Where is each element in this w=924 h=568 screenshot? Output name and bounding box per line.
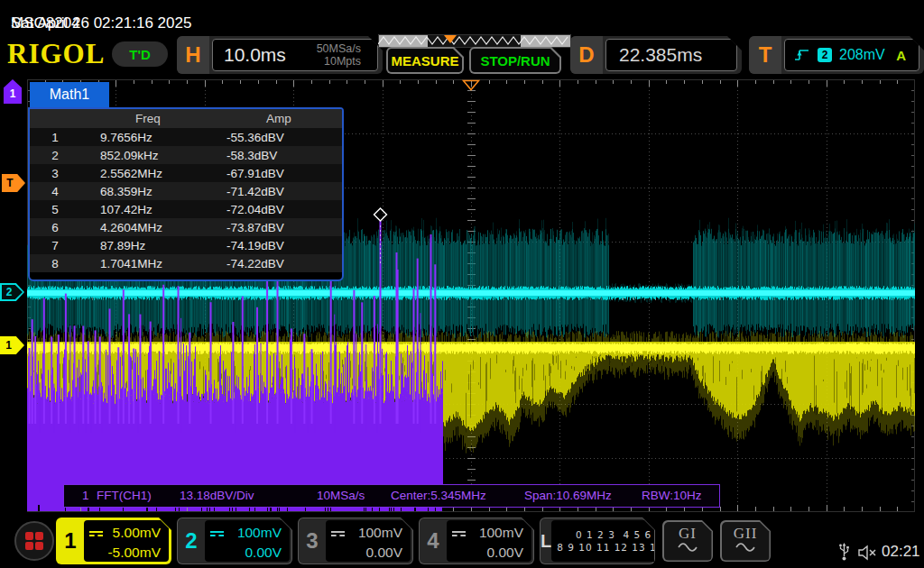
channel2-offset: 0.00V [245,545,282,561]
math1-reference-marker[interactable]: 1 [4,79,22,104]
math1-panel: Math1 Freq Amp 19.7656Hz-55.36dBV2852.09… [28,81,342,279]
waveform-position-preview[interactable] [378,34,571,48]
horizontal-timebase-group[interactable]: H 10.0ms 50MSa/s 10Mpts [177,36,383,74]
math-table-row: 19.7656Hz-55.36dBV [30,128,342,146]
math-table-row: 468.359Hz-71.42dBV [30,182,342,200]
gen1-label: GI [679,525,697,543]
channel3-number: 3 [299,518,326,563]
fft-channel: 1 [82,489,89,502]
channel3-offset: 0.00V [365,545,402,561]
menu-grid-icon [23,530,45,552]
menu-button[interactable] [14,521,54,561]
channel1-scale: 5.00mV [113,525,161,541]
channel1-ground-marker[interactable]: 1 [0,336,24,354]
memory-depth: 10Mpts [324,55,361,68]
channel2-block[interactable]: 2 100mV 0.00V [177,518,292,564]
delay-label: D [570,36,603,74]
trigger-level-marker[interactable]: T [2,174,25,192]
oscilloscope-screen: MSO8204 Sat April 26 02:21:16 2025 RIGOL… [0,0,924,568]
stop-run-button-label: STOP/RUN [471,49,559,72]
gen2-label: GII [734,525,758,543]
math1-table-header: Freq Amp [30,109,342,128]
channel4-number: 4 [420,518,447,563]
trigger-status-badge: T'D [112,41,168,67]
math1-tab[interactable]: Math1 [30,82,109,107]
fft-info-bar: 1 FFT(CH1) 13.18dBV/Div 10MSa/s Center:5… [63,484,720,508]
channel3-block[interactable]: 3 100mV 0.00V [298,518,413,564]
fft-function: FFT(CH1) [97,489,152,502]
logic-channels-block[interactable]: L 0 1 2 3 4 5 6 7 8 9 10 11 12 13 14 15 [540,518,655,564]
channel2-ground-marker[interactable]: 2 [0,283,24,301]
speaker-muted-icon[interactable] [857,545,879,561]
channel2-number: 2 [178,518,205,563]
gen1-button[interactable]: GI [662,520,713,562]
fft-rbw: RBW:10Hz [642,489,702,502]
stop-run-button[interactable]: STOP/RUN [469,47,561,74]
sample-rate: 50MSa/s [317,42,361,55]
fft-center: Center:5.345MHz [391,489,486,502]
math1-table: Freq Amp 19.7656Hz-55.36dBV2852.09kHz-58… [28,107,344,281]
trigger-source-badge: 2 [818,48,832,62]
trigger-label: T [749,36,781,74]
channel4-coupling-icon [452,531,466,536]
math-table-row: 2852.09kHz-58.3dBV [30,146,342,164]
trigger-level-value: 208mV [839,47,885,63]
acquisition-info: 50MSa/s 10Mpts [317,42,361,69]
measure-button[interactable]: MEASURE [386,47,464,74]
channel1-number: 1 [57,518,84,563]
usb-icon [837,542,851,562]
freq-column-header: Freq [80,112,216,125]
delay-value: 22.385ms [619,44,702,66]
fft-scale: 13.18dBV/Div [180,489,254,502]
logic-digits-row1: 0 1 2 3 4 5 6 7 [576,529,662,540]
measure-button-label: MEASURE [388,49,462,72]
clock-label: 02:21 [882,543,920,561]
channel3-scale: 100mV [358,525,402,541]
timebase-panel: 10.0ms 50MSa/s 10Mpts [212,39,378,71]
math-table-row: 5107.42Hz-72.04dBV [30,200,342,218]
fft-sample-rate: 10MSa/s [317,489,365,502]
math-table-row: 64.2604MHz-73.87dBV [30,218,342,236]
channel3-coupling-icon [331,531,345,536]
gen1-sine-icon [678,543,698,552]
math-table-row: 81.7041MHz-74.22dBV [30,254,342,272]
model-and-datetime: MSO8204 Sat April 26 02:21:16 2025 [5,7,14,25]
channel1-coupling-icon [89,531,103,536]
rising-edge-icon [794,47,809,63]
horizontal-label: H [177,36,209,74]
rigol-logo: RIGOL [7,38,105,70]
channel1-offset: -5.00mV [107,545,161,561]
channel2-ground-marker-label: 2 [2,285,23,299]
channel4-scale: 100mV [479,525,523,541]
channel4-block[interactable]: 4 100mV 0.00V [419,518,534,564]
top-status-bar: MSO8204 Sat April 26 02:21:16 2025 [0,0,924,32]
math-table-row: 32.5562MHz-67.91dBV [30,164,342,182]
datetime-label: Sat April 26 02:21:16 2025 [11,14,191,32]
logic-label: L [541,518,551,563]
timebase-value: 10.0ms [224,44,286,66]
gen2-button[interactable]: GII [720,520,771,562]
channel2-scale: 100mV [237,525,282,541]
trigger-sweep-mode: A [896,48,906,63]
math-table-row: 787.89Hz-74.19dBV [30,236,342,254]
channel4-offset: 0.00V [486,545,523,561]
gen2-sine-icon [735,543,755,552]
delay-group[interactable]: D 22.385ms [570,36,742,74]
channel2-coupling-icon [210,531,224,536]
channel1-block[interactable]: 1 5.00mV -5.00mV [56,518,171,564]
amp-column-header: Amp [216,112,342,125]
trigger-group[interactable]: T 2 208mV A [749,36,924,74]
fft-span: Span:10.69MHz [524,489,612,502]
